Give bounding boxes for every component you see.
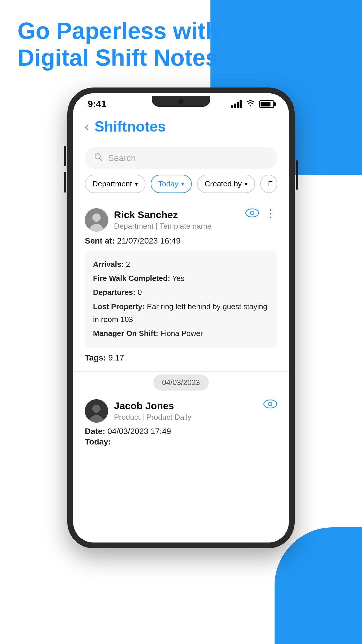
page-header: Go Paperless with Digital Shift Notes — [17, 18, 220, 71]
filters-row: Department ▾ Today ▾ Created by ▾ F — [73, 175, 289, 200]
app-header: ‹ Shiftnotes — [73, 112, 289, 140]
phone-notch — [152, 96, 210, 107]
status-icons — [231, 99, 274, 109]
svg-point-10 — [264, 400, 277, 408]
battery-icon — [259, 100, 274, 108]
status-time: 9:41 — [88, 99, 106, 109]
phone-screen: 9:41 — [73, 93, 289, 542]
svg-point-8 — [92, 405, 101, 413]
search-icon — [94, 152, 103, 164]
chevron-down-icon: ▾ — [245, 181, 247, 188]
rick-dept: Department | Template name — [114, 222, 211, 231]
search-container: Search — [73, 140, 289, 175]
card-divider — [73, 371, 289, 372]
svg-point-3 — [92, 214, 101, 222]
filter-created-by[interactable]: Created by ▾ — [197, 175, 255, 193]
signal-icon — [231, 100, 242, 108]
date-separator: 04/03/2023 — [73, 374, 289, 391]
shift-card-rick: Rick Sanchez Department | Template name — [73, 200, 289, 371]
jacob-user-info: Jacob Jones Product | Product Daily — [85, 399, 191, 423]
rick-tags: Tags: 9.17 — [85, 353, 277, 365]
jacob-dept: Product | Product Daily — [114, 413, 191, 422]
chevron-down-icon: ▾ — [135, 181, 138, 188]
jacob-date: Date: 04/03/2023 17:49 — [85, 427, 277, 436]
chevron-down-icon: ▾ — [181, 181, 184, 188]
svg-point-5 — [246, 209, 259, 217]
date-badge: 04/03/2023 — [153, 374, 209, 391]
filter-extra[interactable]: F — [260, 175, 277, 193]
jacob-details: Jacob Jones Product | Product Daily — [114, 400, 191, 422]
jacob-avatar — [85, 399, 108, 423]
jacob-actions — [263, 399, 277, 410]
rick-avatar — [85, 208, 108, 232]
rick-sent-at: Sent at: 21/07/2023 16:49 — [85, 236, 277, 246]
phone-button-right — [296, 160, 298, 190]
wifi-icon — [246, 99, 255, 109]
svg-point-11 — [268, 402, 272, 406]
headline: Go Paperless with Digital Shift Notes — [17, 18, 220, 71]
phone-camera — [178, 99, 184, 104]
filter-department[interactable]: Department ▾ — [85, 175, 145, 193]
phone-button-left1 — [64, 146, 66, 166]
app-title: Shiftnotes — [94, 118, 166, 135]
phone-frame: 9:41 — [67, 88, 295, 548]
svg-line-1 — [100, 158, 102, 161]
jacob-name: Jacob Jones — [114, 400, 191, 412]
jacob-card-header: Jacob Jones Product | Product Daily — [85, 399, 277, 423]
rick-actions: ⋮ — [245, 208, 277, 219]
svg-point-6 — [250, 211, 254, 215]
rick-view-button[interactable] — [245, 208, 259, 219]
search-placeholder: Search — [108, 153, 136, 163]
jacob-view-button[interactable] — [263, 399, 277, 410]
back-button[interactable]: ‹ — [85, 120, 89, 133]
search-box[interactable]: Search — [85, 147, 277, 169]
shift-card-jacob: Jacob Jones Product | Product Daily — [73, 393, 289, 449]
filter-today[interactable]: Today ▾ — [151, 175, 192, 193]
jacob-today: Today: — [85, 436, 277, 447]
rick-name: Rick Sanchez — [114, 209, 211, 220]
rick-more-button[interactable]: ⋮ — [264, 208, 277, 219]
rick-note-details: Arrivals: 2 Fire Walk Completed: Yes Dep… — [85, 251, 277, 348]
rick-details: Rick Sanchez Department | Template name — [114, 209, 211, 231]
rick-card-header: Rick Sanchez Department | Template name — [85, 208, 277, 232]
phone-mockup: 9:41 — [67, 88, 295, 548]
rick-user-info: Rick Sanchez Department | Template name — [85, 208, 211, 232]
phone-button-left2 — [64, 172, 66, 192]
